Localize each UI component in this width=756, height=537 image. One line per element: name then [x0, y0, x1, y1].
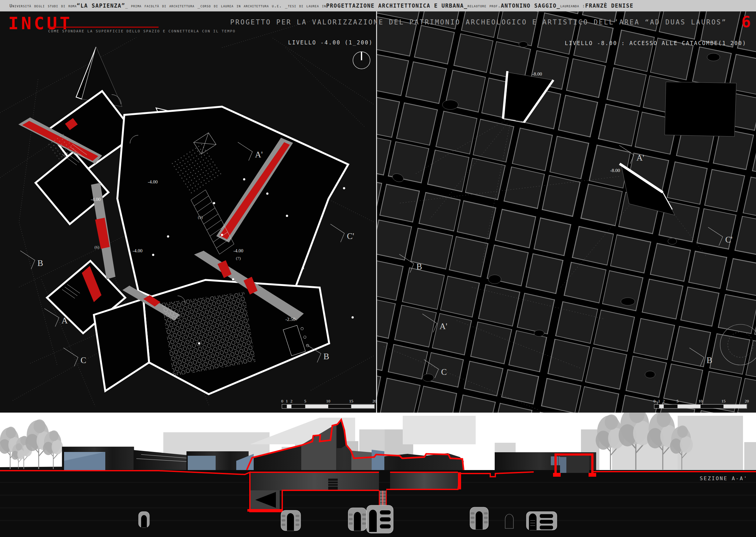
svg-text:B: B: [416, 262, 422, 271]
svg-text:A': A': [439, 321, 447, 331]
large-black-parcel: [665, 82, 736, 137]
level-label: -4.00: [233, 248, 243, 253]
niche: [281, 510, 301, 531]
level-label: -8.00: [532, 71, 542, 76]
niche: [348, 508, 366, 531]
header-advisor-label: relaotore prof.: [468, 3, 501, 8]
catacomb-chamber: [526, 512, 557, 530]
svg-text:1: 1: [658, 399, 660, 403]
level-label: -2.50: [285, 317, 295, 322]
panel-divider: [376, 12, 377, 413]
header-bar: Università degli studi di roma “LA SAPIE…: [0, 0, 756, 12]
right-panel-subtitle: LIVELLO -8.00 : ACCESSO ALLE CATACOMBE(1…: [565, 40, 746, 46]
niche: [138, 512, 149, 527]
svg-text:10: 10: [699, 399, 703, 403]
section-graphics: [0, 413, 756, 537]
svg-text:15: 15: [721, 399, 726, 403]
header-sapienza: “LA SAPIENZA”: [77, 3, 125, 9]
svg-text:1: 1: [286, 399, 288, 403]
niche: [470, 507, 488, 529]
header-student-label: laureanda :: [560, 3, 585, 8]
room-number: (5): [198, 215, 203, 220]
level-label: -4.00: [148, 179, 158, 185]
svg-text:2: 2: [663, 399, 665, 403]
svg-text:C: C: [81, 355, 86, 365]
header-student-name: FRANZÈ DENISE: [585, 3, 634, 9]
project-tagline: COME SFONDARE LA SUPERFICIE DELLO SPAZIO…: [48, 29, 236, 33]
level-label: -4.00: [132, 248, 142, 253]
plans-graphics: -4.00 -4.00 -4.00 -4.00 -2.50 (5) (6) (7…: [0, 12, 756, 413]
header-university: Università degli studi di roma: [10, 3, 77, 8]
svg-text:C: C: [441, 367, 447, 377]
section-label: SEZIONE A-A': [699, 475, 748, 481]
svg-text:5: 5: [304, 399, 306, 403]
svg-text:B: B: [323, 351, 329, 361]
level-label: -4.00: [91, 197, 100, 202]
svg-text:A': A': [636, 153, 644, 162]
glass-panel: [188, 456, 216, 470]
niche: [505, 514, 513, 528]
board-title: PROGETTO PER LA VALORIZZAZIONE DEL PATRI…: [230, 19, 731, 26]
svg-text:A': A': [255, 150, 263, 159]
logo-underline: [48, 27, 159, 28]
room-number: (7): [236, 256, 241, 261]
svg-text:0: 0: [281, 399, 284, 403]
left-panel-plan: -4.00 -4.00 -4.00 -4.00 -2.50 (5) (6) (7…: [0, 12, 377, 413]
svg-text:C': C': [725, 235, 733, 244]
svg-text:20: 20: [745, 399, 749, 403]
svg-text:B: B: [706, 355, 712, 365]
auditorium-seats: [162, 292, 256, 376]
svg-text:15: 15: [349, 399, 353, 403]
svg-text:2: 2: [290, 399, 293, 403]
page-number: 6: [741, 13, 751, 31]
svg-text:A': A': [61, 316, 69, 325]
glass-panel: [372, 450, 384, 470]
svg-text:C': C': [347, 231, 354, 241]
level-label: -8.00: [610, 168, 620, 173]
section-strip: SEZIONE A-A': [0, 413, 756, 537]
drawing-board: -4.00 -4.00 -4.00 -4.00 -2.50 (5) (6) (7…: [0, 12, 756, 413]
thesis-board: Università degli studi di roma “LA SAPIE…: [0, 0, 756, 537]
header-advisor-name: ANTONINO SAGGIO_: [501, 3, 560, 9]
header-faculty: _ prima facoltà di architettura _corso d…: [125, 3, 326, 8]
catacomb-chamber: [366, 505, 393, 533]
svg-text:0: 0: [654, 399, 656, 403]
svg-text:10: 10: [326, 399, 330, 403]
svg-text:B: B: [37, 258, 43, 268]
left-panel-subtitle: LIVELLO -4.00 (1_200): [288, 39, 373, 46]
room-number: (6): [94, 245, 99, 249]
header-thesis-subject: PROGETTAZIONE ARCHITETTONICA E URBANA_: [326, 3, 468, 9]
svg-text:20: 20: [373, 399, 377, 403]
svg-text:5: 5: [676, 399, 679, 403]
